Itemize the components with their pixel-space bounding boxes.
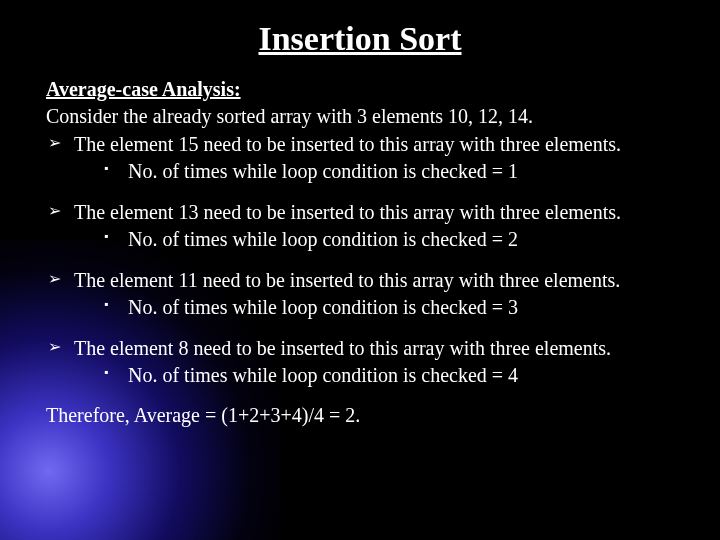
list-item: The element 8 need to be inserted to thi… (46, 336, 674, 388)
analysis-heading: Average-case Analysis: (46, 78, 674, 101)
sub-item: No. of times while loop condition is che… (98, 295, 674, 320)
sub-item: No. of times while loop condition is che… (98, 363, 674, 388)
slide: Insertion Sort Average-case Analysis: Co… (0, 0, 720, 540)
list-item: The element 13 need to be inserted to th… (46, 200, 674, 252)
sub-item: No. of times while loop condition is che… (98, 227, 674, 252)
conclusion-text: Therefore, Average = (1+2+3+4)/4 = 2. (46, 404, 674, 427)
sub-list: No. of times while loop condition is che… (74, 295, 674, 320)
intro-text: Consider the already sorted array with 3… (46, 105, 674, 128)
sub-list: No. of times while loop condition is che… (74, 227, 674, 252)
item-text: The element 8 need to be inserted to thi… (74, 337, 611, 359)
list-item: The element 11 need to be inserted to th… (46, 268, 674, 320)
sub-list: No. of times while loop condition is che… (74, 363, 674, 388)
list-item: The element 15 need to be inserted to th… (46, 132, 674, 184)
item-text: The element 13 need to be inserted to th… (74, 201, 621, 223)
sub-list: No. of times while loop condition is che… (74, 159, 674, 184)
sub-item: No. of times while loop condition is che… (98, 159, 674, 184)
item-text: The element 11 need to be inserted to th… (74, 269, 620, 291)
content-area: Insertion Sort Average-case Analysis: Co… (0, 0, 720, 427)
heading-text: Average-case Analysis: (46, 78, 241, 100)
slide-title: Insertion Sort (46, 20, 674, 58)
bullet-list: The element 15 need to be inserted to th… (46, 132, 674, 388)
item-text: The element 15 need to be inserted to th… (74, 133, 621, 155)
